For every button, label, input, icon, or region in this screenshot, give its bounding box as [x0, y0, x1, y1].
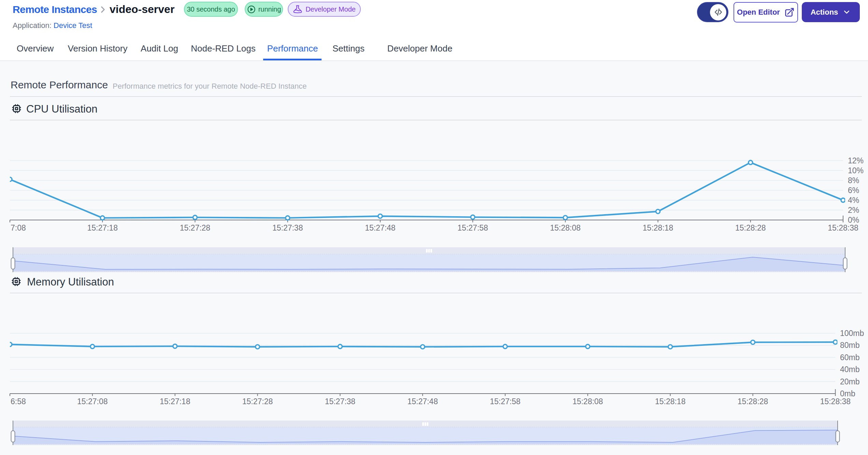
svg-text:6:58: 6:58	[11, 397, 26, 406]
svg-text:15:27:38: 15:27:38	[272, 223, 303, 232]
svg-text:15:28:28: 15:28:28	[738, 397, 768, 406]
svg-text:15:27:28: 15:27:28	[180, 223, 211, 232]
svg-text:15:27:58: 15:27:58	[490, 397, 521, 406]
svg-text:15:27:08: 15:27:08	[77, 397, 108, 406]
svg-text:15:28:18: 15:28:18	[655, 397, 686, 406]
svg-text:10%: 10%	[848, 166, 864, 175]
svg-text:15:27:28: 15:27:28	[242, 397, 273, 406]
svg-text:40mb: 40mb	[840, 365, 860, 374]
svg-text:15:27:48: 15:27:48	[407, 397, 438, 406]
svg-text:15:28:18: 15:28:18	[643, 223, 673, 232]
svg-text:4%: 4%	[848, 196, 859, 205]
svg-text:15:28:08: 15:28:08	[572, 397, 603, 406]
svg-text:15:27:18: 15:27:18	[87, 223, 118, 232]
svg-text:100mb: 100mb	[840, 329, 864, 338]
svg-text:7:08: 7:08	[11, 223, 26, 232]
svg-text:80mb: 80mb	[840, 341, 860, 350]
svg-text:15:27:18: 15:27:18	[160, 397, 190, 406]
svg-text:15:27:48: 15:27:48	[365, 223, 396, 232]
svg-text:6%: 6%	[848, 186, 859, 195]
svg-text:15:27:38: 15:27:38	[325, 397, 356, 406]
svg-text:15:28:28: 15:28:28	[735, 223, 766, 232]
svg-text:20mb: 20mb	[840, 377, 860, 386]
svg-text:15:27:58: 15:27:58	[457, 223, 488, 232]
svg-text:60mb: 60mb	[840, 353, 860, 362]
svg-text:15:28:38: 15:28:38	[820, 397, 851, 406]
svg-text:12%: 12%	[848, 156, 864, 165]
svg-text:2%: 2%	[848, 206, 859, 215]
svg-text:15:28:38: 15:28:38	[828, 223, 858, 232]
svg-text:15:28:08: 15:28:08	[550, 223, 581, 232]
svg-text:8%: 8%	[848, 176, 859, 185]
